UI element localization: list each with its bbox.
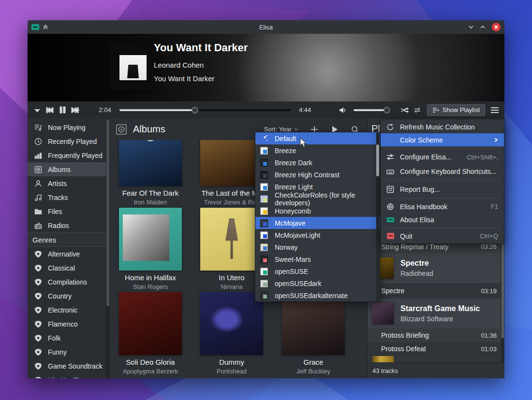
sidebar-genre-electronic[interactable]: Electronic bbox=[28, 303, 106, 317]
album-card[interactable]: Home in Halifax Stan Rogers bbox=[110, 208, 191, 290]
menu-item-about-elisa[interactable]: About Elisa bbox=[381, 213, 504, 226]
sidebar-genre-funny[interactable]: Funny bbox=[28, 345, 106, 359]
scheme-item-breeze[interactable]: Breeze bbox=[255, 144, 380, 157]
radio-icon bbox=[34, 222, 42, 229]
sidebar-genre-classical[interactable]: Classical bbox=[28, 261, 106, 275]
track-duration: 01:03 bbox=[481, 345, 497, 353]
sidebar-genre-compilations[interactable]: Compilations bbox=[28, 275, 106, 289]
sidebar-item-artists[interactable]: Artists bbox=[28, 176, 106, 190]
chevron-down-icon bbox=[34, 107, 41, 114]
scheme-item-checkcolorroles[interactable]: CheckColorRoles (for style developers) bbox=[255, 193, 380, 205]
scheme-item-opensusedark[interactable]: openSUSEdark bbox=[255, 277, 380, 289]
titlebar[interactable]: Elisa bbox=[28, 20, 504, 34]
volume-icon bbox=[339, 107, 347, 114]
show-playlist-button[interactable]: Show Playlist bbox=[427, 104, 485, 116]
sidebar-item-recently-played[interactable]: Recently Played bbox=[28, 134, 106, 148]
scheme-menu-scrollbar-handle[interactable] bbox=[376, 144, 379, 176]
playlist-track-row[interactable]: Protoss Defeat 01:03 bbox=[368, 342, 501, 356]
scheme-label: openSUSEdarkalternate bbox=[275, 292, 348, 300]
sidebar-genre-game-soundtrack[interactable]: Game Soundtrack bbox=[28, 359, 106, 373]
menu-item-configure-keyboard-shortcuts[interactable]: Configure Keyboard Shortcuts... bbox=[381, 164, 504, 179]
album-title: Home in Halifax bbox=[110, 273, 191, 282]
playlist-album-title: Starcraft Game Music bbox=[400, 304, 480, 313]
minimize-button[interactable] bbox=[469, 25, 473, 29]
collapse-header-button[interactable] bbox=[32, 105, 42, 115]
album-card[interactable]: Dummy Portishead bbox=[191, 292, 272, 375]
sidebar-genre-hiphop-rap[interactable]: Hip-Hop/Rap bbox=[28, 373, 106, 378]
menu-separator bbox=[384, 228, 501, 228]
menu-item-label: Configure Keyboard Shortcuts... bbox=[400, 168, 498, 175]
genre-icon bbox=[34, 334, 42, 342]
sidebar-scrollbar-handle[interactable] bbox=[106, 119, 109, 306]
close-button[interactable] bbox=[492, 23, 501, 31]
previous-track-button[interactable] bbox=[45, 105, 55, 115]
track-title: Protoss Briefing bbox=[381, 331, 481, 339]
volume-slider[interactable] bbox=[354, 109, 389, 111]
scheme-label: Breeze High Contrast bbox=[275, 171, 340, 179]
progress-slider[interactable] bbox=[119, 109, 291, 111]
scheme-label: CheckColorRoles (for style developers) bbox=[275, 191, 380, 207]
menu-item-elisa-handbook[interactable]: Elisa Handbook F1 bbox=[381, 200, 504, 213]
scheme-item-sweet-mars[interactable]: Sweet-Mars bbox=[255, 253, 380, 265]
scheme-item-breeze-dark[interactable]: Breeze Dark bbox=[255, 157, 380, 169]
scheme-menu-scrollbar[interactable] bbox=[376, 133, 379, 301]
progress-handle[interactable] bbox=[192, 107, 198, 114]
scheme-item-norway[interactable]: Norway bbox=[255, 241, 380, 253]
menu-item-report-bug[interactable]: Report Bug... bbox=[381, 182, 504, 197]
sidebar-item-label: Now Playing bbox=[48, 124, 86, 131]
scheme-item-mcmojave[interactable]: McMojave bbox=[255, 217, 380, 229]
sidebar-item-tracks[interactable]: Tracks bbox=[28, 190, 106, 204]
volume-handle[interactable] bbox=[384, 107, 390, 114]
sidebar-genre-flamenco[interactable]: Flamenco bbox=[28, 317, 106, 331]
sidebar-item-label: Radios bbox=[48, 222, 69, 229]
sidebar-item-label: Tracks bbox=[48, 194, 68, 201]
playlist-track-row[interactable]: Protoss Briefing 01:36 bbox=[368, 329, 501, 342]
sidebar-item-albums[interactable]: Albums bbox=[28, 162, 106, 176]
albums-view-icon bbox=[116, 124, 127, 135]
album-card[interactable]: Fear Of The Dark Iron Maiden bbox=[110, 140, 191, 206]
elisa-app-icon[interactable] bbox=[31, 24, 39, 30]
scheme-item-opensusedarkalternate[interactable]: openSUSEdarkalternate bbox=[255, 289, 380, 301]
album-card[interactable]: Soli Deo Gloria Apoptygma Berzerk bbox=[110, 292, 191, 375]
menu-item-label: About Elisa bbox=[400, 216, 498, 224]
pause-button[interactable] bbox=[58, 105, 67, 115]
album-card[interactable]: Grace Jeff Buckley bbox=[273, 292, 354, 375]
albums-icon bbox=[34, 166, 42, 173]
menu-item-color-scheme[interactable]: Color Scheme bbox=[381, 133, 504, 146]
handbook-icon bbox=[386, 203, 394, 211]
sidebar-item-now-playing[interactable]: Now Playing bbox=[28, 120, 106, 134]
sidebar-item-label: Albums bbox=[48, 166, 71, 173]
menu-item-quit[interactable]: Quit Ctrl+Q bbox=[381, 229, 504, 243]
menu-item-configure-elisa[interactable]: Configure Elisa... Ctrl+Shift+, bbox=[381, 150, 504, 164]
scheme-item-default[interactable]: Default bbox=[255, 132, 380, 144]
album-cover bbox=[119, 208, 182, 271]
scheme-item-opensuse[interactable]: openSUSE bbox=[255, 265, 380, 277]
maximize-button[interactable] bbox=[480, 25, 485, 29]
scheme-item-honeycomb[interactable]: Honeycomb bbox=[255, 205, 380, 217]
sidebar-genre-country[interactable]: Country bbox=[28, 289, 106, 303]
sidebar-genre-alternative[interactable]: Alternative bbox=[28, 247, 106, 261]
mute-button[interactable] bbox=[338, 105, 348, 115]
menu-item-refresh-music-collection[interactable]: Refresh Music Collection bbox=[381, 120, 504, 133]
sidebar-item-radios[interactable]: Radios bbox=[28, 218, 106, 232]
refresh-icon bbox=[386, 123, 394, 131]
sidebar-genre-folk[interactable]: Folk bbox=[28, 331, 106, 345]
playlist-track-row[interactable]: Spectre 03:19 bbox=[368, 284, 501, 298]
playlist-album-art bbox=[372, 303, 394, 324]
next-track-button[interactable] bbox=[70, 105, 80, 115]
album-cover bbox=[119, 292, 182, 355]
genre-icon bbox=[34, 320, 42, 328]
repeat-button[interactable] bbox=[413, 105, 422, 115]
application-menu-button[interactable] bbox=[490, 105, 500, 115]
sidebar-item-label: Game Soundtrack bbox=[48, 362, 103, 370]
keep-above-icon[interactable] bbox=[43, 25, 48, 29]
scheme-item-breeze-high-contrast[interactable]: Breeze High Contrast bbox=[255, 169, 380, 181]
menu-item-label: Quit bbox=[400, 232, 480, 240]
scheme-item-mcmojavelight[interactable]: McMojaveLight bbox=[255, 229, 380, 241]
sidebar-scrollbar[interactable] bbox=[106, 118, 110, 378]
sidebar-item-frequently-played[interactable]: Frequently Played bbox=[28, 148, 106, 162]
shuffle-button[interactable] bbox=[400, 105, 410, 115]
scheme-label: Honeycomb bbox=[275, 207, 311, 215]
sidebar-item-files[interactable]: Files bbox=[28, 204, 106, 218]
menu-item-label: Report Bug... bbox=[400, 186, 498, 193]
